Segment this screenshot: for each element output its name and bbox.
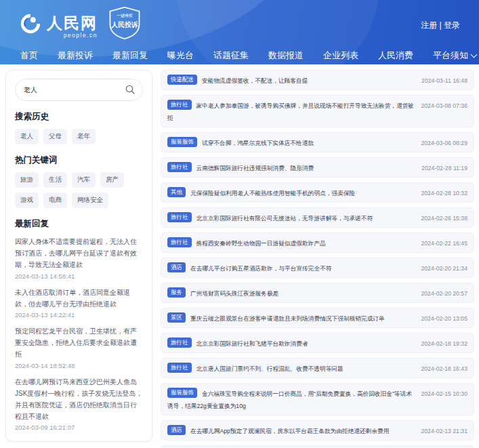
reply-text: 因家人身体不适需要提前返程，无法入住预订酒店，去哪儿网平台延误了退款有效期，导致… xyxy=(15,236,143,271)
keyword-tag[interactable]: 生活 xyxy=(43,172,67,188)
search-input[interactable] xyxy=(15,79,143,101)
complaint-date: 2024-02-26 15:38 xyxy=(421,213,467,224)
complaint-text: 在去哪儿网App预定了观澜民宿，房东以平台霸王条款为由拒绝退还剩余费用 xyxy=(190,428,389,434)
hot-keywords-title: 热门关键词 xyxy=(15,155,143,166)
nav-item-6[interactable]: 数据报道 xyxy=(268,49,304,62)
category-badge: 旅行社 xyxy=(167,237,192,247)
complaint-text: 金六福珠宝导购全程未说明一口价商品，用“后期免费置换，高价回收旧金”等话术诱导，… xyxy=(167,390,412,409)
reply-item[interactable]: 预定同程艺龙平台民宿，卫生堪忧，有严重安全隐患，拒绝入住后要求全额退款遭拒202… xyxy=(15,325,143,369)
nav-item-label: 最新回复 xyxy=(112,49,148,62)
main-panel: 快递配送安能物流虚假签收，不配送，让顾客自提2024-03-11 16:48旅行… xyxy=(161,70,474,448)
reply-item[interactable]: 在去哪儿网预订马来西亚沙巴州美人鱼岛JSK度假村一晚行程，孩子发烧无法登岛，并且… xyxy=(15,376,143,432)
complaint-row[interactable]: 服装服饰金六福珠宝导购全程未说明一口价商品，用“后期免费置换，高价回收旧金”等话… xyxy=(161,383,474,415)
nav-item-5[interactable]: 话题征集 xyxy=(213,49,249,62)
sidebar: 搜索历史 老人父母老年 热门关键词 旅游生活汽车房产游戏电商网络安全 最新回复 … xyxy=(5,70,152,442)
complaint-row[interactable]: 景区在美团购买开封十景区联票，只去过一个万寿山，后面九个景点就没法使用了2024… xyxy=(161,445,474,448)
complaint-text: 北京京彩国际旅行社有限公司无接送站，无导游讲解等，与承诺不符 xyxy=(196,215,373,222)
reply-item[interactable]: 未入住酒店取消订单，酒店同意全额退款，但去哪儿平台无理由拒绝退款2024-03-… xyxy=(15,287,143,319)
category-badge: 服务 xyxy=(167,287,186,298)
category-badge: 酒店 xyxy=(167,425,186,435)
complaint-text: 在去哪儿平台订购五星酒店欺诈，与平台宣传完全不符 xyxy=(190,265,332,272)
keyword-tag[interactable]: 父母 xyxy=(43,129,67,144)
shield-slogan: 一键维权 xyxy=(117,13,133,18)
complaint-row[interactable]: 酒店在去哪儿网App预定了观澜民宿，房东以平台霸王条款为由拒绝退还剩余费用202… xyxy=(161,420,474,441)
keyword-tag[interactable]: 游戏 xyxy=(15,192,39,208)
complaint-row[interactable]: 景区重庆云端之眼观景台在游客申请退款且未到场消费情况下强制核销完成订单2024-… xyxy=(161,308,474,328)
keyword-tag[interactable]: 电商 xyxy=(43,192,67,208)
nav-bar: 首页最新投诉最新回复曝光台话题征集数据报道企业列表人民消费平台须知 xyxy=(0,45,479,64)
complaint-date: 2024-02-18 19:32 xyxy=(421,338,467,349)
nav-item-1[interactable]: 首页 xyxy=(20,49,38,62)
register-login-link[interactable]: 注册 | 登录 xyxy=(421,20,460,31)
search-box xyxy=(15,79,143,101)
search-icon[interactable] xyxy=(125,84,136,95)
site-subtitle: people.cn xyxy=(47,33,98,39)
category-badge: 旅行社 xyxy=(167,162,192,172)
complaint-date: 2024-02-28 11:19 xyxy=(421,163,467,174)
category-badge: 旅行社 xyxy=(167,100,192,110)
chevron-down-icon xyxy=(471,51,478,58)
complaint-date: 2024-02-20 21:34 xyxy=(421,263,467,274)
complaint-row[interactable]: 旅行社北京唐人国旅门票约不到、行程混乱、收费不透明等问题2024-02-18 1… xyxy=(161,358,474,378)
nav-item-label: 人民消费 xyxy=(378,49,413,62)
keyword-tag[interactable]: 旅游 xyxy=(15,172,39,188)
logo-row: 人民网 people.cn 一键维权 人民投诉 注册 | 登录 xyxy=(0,0,479,45)
complaint-row[interactable]: 旅行社北京京彩国际旅行社和飞猪平台欺诈消费者2024-02-18 19:32 xyxy=(161,333,474,353)
nav-item-label: 数据报道 xyxy=(268,49,304,62)
nav-item-7[interactable]: 企业列表 xyxy=(323,49,358,62)
category-badge: 酒店 xyxy=(167,262,186,272)
nav-item-9[interactable]: 平台须知 xyxy=(433,49,476,62)
complaint-text: 北京唐人国旅门票约不到、行程混乱、收费不透明等问题 xyxy=(196,365,343,372)
keyword-tag[interactable]: 汽车 xyxy=(72,172,96,188)
complaint-row[interactable]: 其他元保保险疑似利用老人不能熟练使用智能手机的弱点，强卖保险2024-02-28… xyxy=(161,182,474,203)
complaint-date: 2024-03-06 08:29 xyxy=(421,138,467,148)
complaint-text: 安能物流虚假签收，不配送，让顾客自提 xyxy=(202,77,308,84)
complaint-date: 2024-03-11 16:48 xyxy=(421,75,467,86)
complaint-text: 云南德辉国际旅行社违规强制消费、隐形消费 xyxy=(196,165,314,171)
category-badge: 快递配送 xyxy=(167,75,197,85)
site-title: 人民网 xyxy=(47,16,98,31)
complaint-row[interactable]: 服装服饰试穿不合脚，鸿星尔克线下实体店不给退款2024-03-06 08:29 xyxy=(161,132,474,152)
complaint-date: 2024-02-13 21:31 xyxy=(421,426,467,436)
keyword-tag[interactable]: 房产 xyxy=(100,172,124,188)
nav-item-label: 最新投诉 xyxy=(58,49,93,62)
complaint-row[interactable]: 旅行社家中老人参加泰国游，被诱导购买佛牌，并且说现场不能打开导致无法验货，退货被… xyxy=(161,95,474,127)
complaint-list: 快递配送安能物流虚假签收，不配送，让顾客自提2024-03-11 16:48旅行… xyxy=(161,70,474,448)
nav-item-4[interactable]: 曝光台 xyxy=(167,49,194,62)
complaint-text: 重庆云端之眼观景台在游客申请退款且未到场消费情况下强制核销完成订单 xyxy=(190,315,385,322)
latest-replies-title: 最新回复 xyxy=(15,218,143,230)
complaint-row[interactable]: 旅行社北京京彩国际旅行社有限公司无接送站，无导游讲解等，与承诺不符2024-02… xyxy=(161,207,474,228)
reply-date: 2024-03-13 14:58:41 xyxy=(15,272,143,280)
keyword-tag[interactable]: 网络安全 xyxy=(72,192,108,208)
complaint-row[interactable]: 旅行社携程西安秦岭野生动物园一日游疑似虚假欺诈产品2024-02-22 16:4… xyxy=(161,232,474,253)
nav-item-label: 平台须知 xyxy=(433,49,468,62)
people-cn-swirl-icon xyxy=(19,12,42,38)
category-badge: 服装服饰 xyxy=(167,388,197,398)
category-badge: 旅行社 xyxy=(167,363,192,373)
complaint-row[interactable]: 旅行社云南德辉国际旅行社违规强制消费、隐形消费2024-02-28 11:19 xyxy=(161,157,474,178)
category-badge: 景区 xyxy=(167,312,186,323)
nav-item-3[interactable]: 最新回复 xyxy=(112,49,148,62)
reply-date: 2024-03-09 16:21:07 xyxy=(15,424,143,431)
nav-item-8[interactable]: 人民消费 xyxy=(378,49,413,62)
complaint-date: 2024-03-08 07:36 xyxy=(421,100,467,111)
category-badge: 旅行社 xyxy=(167,338,192,348)
site-logo[interactable]: 人民网 people.cn xyxy=(19,12,98,38)
complaint-text: 家中老人参加泰国游，被诱导购买佛牌，并且说现场不能打开导致无法验货，退货被拒 xyxy=(167,102,414,121)
reply-date: 2024-03-13 14:22:41 xyxy=(15,311,143,319)
keyword-tag[interactable]: 老人 xyxy=(15,129,39,144)
complaint-date: 2024-02-28 10:32 xyxy=(421,188,467,199)
complaint-row[interactable]: 酒店在去哪儿平台订购五星酒店欺诈，与平台宣传完全不符2024-02-20 21:… xyxy=(161,258,474,278)
nav-item-2[interactable]: 最新投诉 xyxy=(58,49,93,62)
keyword-tag[interactable]: 老年 xyxy=(72,129,96,144)
nav-item-label: 曝光台 xyxy=(167,49,194,62)
complaint-text: 北京京彩国际旅行社和飞猪平台欺诈消费者 xyxy=(196,340,308,347)
complaint-date: 2024-02-22 16:45 xyxy=(421,238,467,249)
complaint-text: 携程西安秦岭野生动物园一日游疑似虚假欺诈产品 xyxy=(196,240,326,247)
complaint-row[interactable]: 快递配送安能物流虚假签收，不配送，让顾客自提2024-03-11 16:48 xyxy=(161,70,474,90)
complaint-shield-badge: 一键维权 人民投诉 xyxy=(107,6,142,43)
complaint-row[interactable]: 服务广州塔财富码头珠江夜游服务极差2024-02-20 20:57 xyxy=(161,283,474,303)
reply-item[interactable]: 因家人身体不适需要提前返程，无法入住预订酒店，去哪儿网平台延误了退款有效期，导致… xyxy=(15,236,143,280)
reply-text: 在去哪儿网预订马来西亚沙巴州美人鱼岛JSK度假村一晚行程，孩子发烧无法登岛，并且… xyxy=(15,376,143,423)
content: 搜索历史 老人父母老年 热门关键词 旅游生活汽车房产游戏电商网络安全 最新回复 … xyxy=(0,64,479,448)
